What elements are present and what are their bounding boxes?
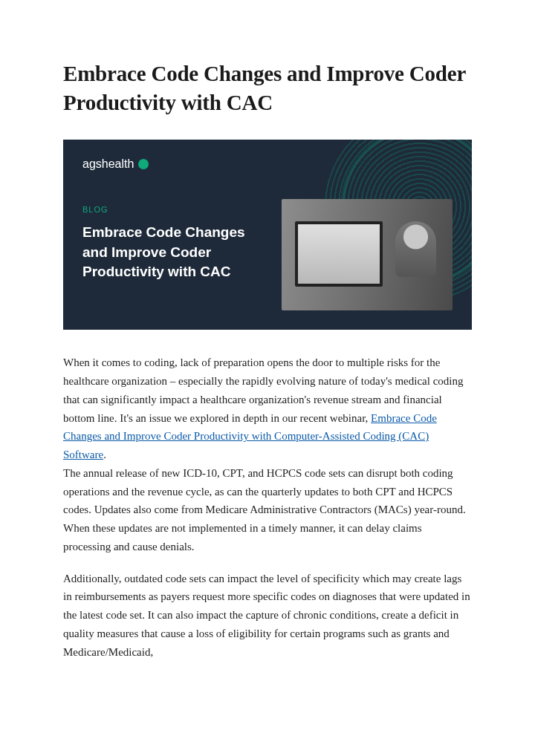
brand-text: agshealth (82, 157, 134, 171)
article-body: When it comes to coding, lack of prepara… (63, 353, 472, 661)
brand-dot-icon (138, 159, 149, 169)
hero-category-label: BLOG (82, 205, 453, 214)
hero-banner: agshealth BLOG Embrace Code Changes and … (63, 140, 472, 330)
page-title: Embrace Code Changes and Improve Coder P… (63, 59, 472, 117)
brand-logo: agshealth (82, 157, 453, 171)
paragraph-1: When it comes to coding, lack of prepara… (63, 353, 472, 464)
paragraph-1-post: . (103, 449, 106, 460)
hero-heading: Embrace Code Changes and Improve Coder P… (82, 223, 268, 282)
paragraph-3: Additionally, outdated code sets can imp… (63, 570, 472, 662)
hero-overlay: agshealth BLOG Embrace Code Changes and … (63, 140, 472, 330)
paragraph-2: The annual release of new ICD-10, CPT, a… (63, 464, 472, 556)
